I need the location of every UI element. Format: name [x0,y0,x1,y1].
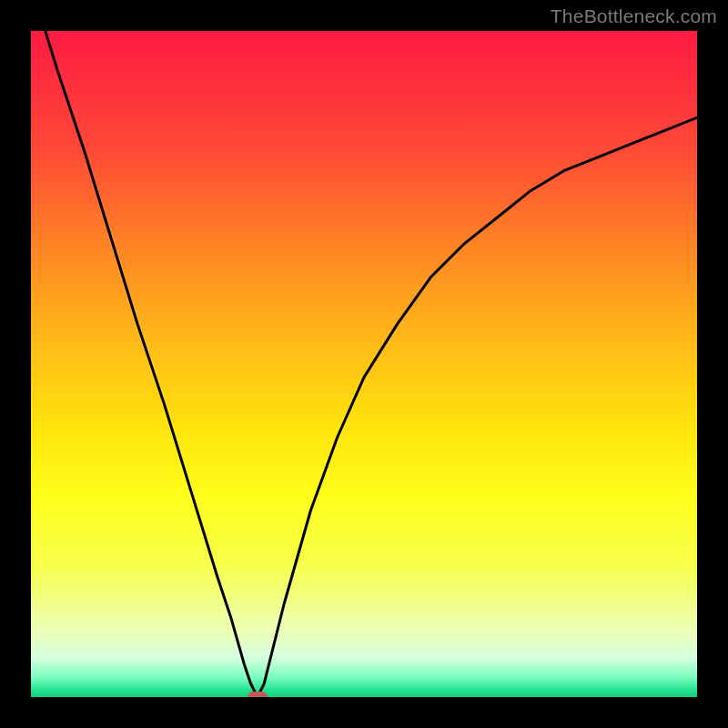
chart-frame: TheBottleneck.com [0,0,728,728]
plot-area [31,31,697,697]
bottleneck-curve [31,31,697,697]
curve-svg [31,31,697,697]
optimum-marker [248,692,268,697]
watermark-text: TheBottleneck.com [551,5,717,27]
